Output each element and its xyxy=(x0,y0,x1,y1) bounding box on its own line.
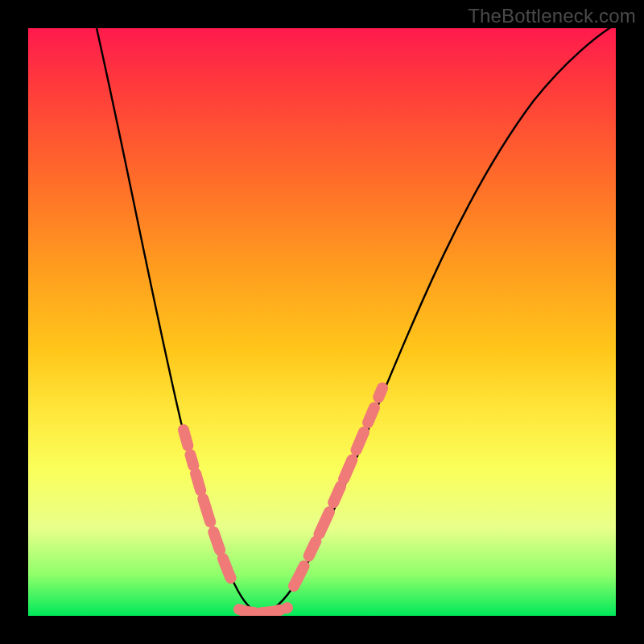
plot-area xyxy=(28,28,616,616)
watermark-text: TheBottleneck.com xyxy=(468,5,636,27)
chart-frame: TheBottleneck.com xyxy=(0,0,644,644)
chart-svg xyxy=(28,28,616,616)
series-dot-band-bottom xyxy=(239,608,287,613)
series-dot-band-left xyxy=(184,430,234,586)
series-group xyxy=(97,28,616,613)
series-dot-band-right xyxy=(294,388,382,586)
series-bottleneck-curve xyxy=(97,28,616,613)
